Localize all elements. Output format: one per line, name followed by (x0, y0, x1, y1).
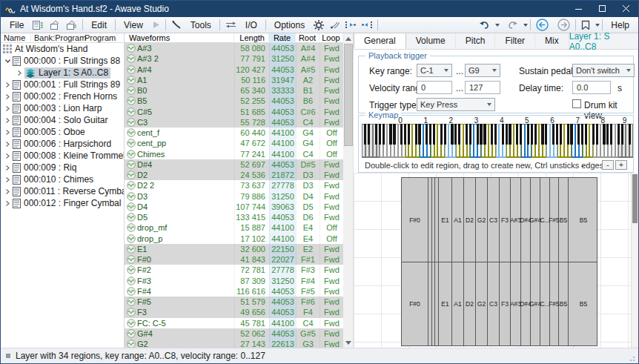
velocity-from-field[interactable]: 0 (417, 81, 452, 94)
waveform-row[interactable]: A#3 277 79131250A#4Fwd (125, 53, 343, 64)
region-editor[interactable]: F#0E1A1D2G2C3F3A#3D#4G#4C...F#5B5B5F#0E1… (354, 173, 631, 348)
region-B5[interactable]: B5 (569, 262, 598, 345)
sustain-pedal-combo[interactable]: Don't switch (572, 64, 635, 77)
region-E1[interactable]: E1 (439, 262, 452, 345)
maximize-button[interactable] (591, 1, 615, 17)
piano-black-key[interactable] (618, 124, 620, 145)
piano-black-key[interactable] (545, 124, 547, 145)
waveform-row[interactable]: A150 11631947A2Fwd (125, 75, 343, 85)
tree-item[interactable]: Layer 1: S A0..C8 (1, 67, 124, 79)
bookmark-icon[interactable] (578, 18, 593, 33)
chevron-right-icon[interactable] (2, 105, 13, 112)
chevron-right-icon[interactable] (2, 200, 13, 207)
region-A1[interactable]: A1 (452, 262, 464, 345)
piano-black-key[interactable] (477, 124, 479, 145)
key-range-to-combo[interactable]: G9 (465, 64, 500, 77)
tree-item[interactable]: 000:009 : Riq (1, 162, 124, 173)
piano-black-key[interactable] (531, 124, 533, 145)
column-header-waveforms[interactable]: Waveforms (125, 33, 234, 43)
chevron-right-icon[interactable] (2, 141, 13, 148)
new-item-icon[interactable] (47, 18, 63, 33)
chevron-down-icon[interactable] (2, 58, 13, 64)
navigate-forward-icon[interactable] (554, 18, 573, 33)
waveform-row[interactable]: D#452 69744053D#5Fwd (125, 159, 343, 170)
region-G2[interactable]: G2 (476, 262, 488, 345)
navigate-back-icon[interactable] (533, 18, 552, 33)
region-C3[interactable]: C3 (488, 178, 500, 262)
chevron-right-icon[interactable] (14, 70, 24, 76)
region-F3[interactable]: F3 (500, 262, 511, 345)
redo-icon[interactable] (504, 18, 521, 33)
waveform-row[interactable]: C#551 68544053C#6Fwd (125, 107, 343, 117)
redo-dropdown-caret[interactable] (523, 24, 528, 27)
waveform-row[interactable]: C355 72844053C4Fwd (125, 117, 343, 128)
tab-general[interactable]: General (354, 33, 406, 49)
tree-root-item[interactable]: At Wisdom's Hand (1, 43, 124, 55)
menu-io[interactable]: I/O (239, 18, 263, 33)
piano-black-key[interactable] (596, 124, 598, 145)
waveform-row[interactable]: D2 273 63727778D3Fwd (125, 180, 343, 191)
piano-black-key[interactable] (408, 124, 410, 145)
scroll-up-icon[interactable] (343, 33, 354, 44)
piano-black-key[interactable] (364, 124, 366, 145)
waveform-row[interactable]: D379 88631250D4Fwd (125, 191, 343, 202)
piano-black-key[interactable] (621, 124, 623, 145)
tree-item[interactable]: 000:006 : Harpsichord (1, 138, 124, 150)
waveform-row[interactable]: F#4116 61644053F#5Fwd (125, 286, 343, 297)
piano-black-key[interactable] (509, 124, 511, 145)
waveform-row[interactable]: drop_mf15 88744100E4Off (125, 222, 343, 233)
region-E1[interactable]: E1 (439, 178, 452, 262)
region-F3[interactable]: F3 (500, 178, 511, 262)
waveform-row[interactable]: A#358 08044053A#4Fwd (125, 43, 343, 53)
piano-black-key[interactable] (610, 124, 612, 145)
waveform-row[interactable]: D5133 41544053D6Fwd (125, 212, 343, 222)
region-B5[interactable]: B5 (559, 262, 569, 345)
waveform-row[interactable]: G227 14322613G3Fwd (125, 339, 343, 348)
piano-black-key[interactable] (404, 124, 406, 145)
close-button[interactable] (615, 1, 638, 17)
drum-kit-view-checkbox[interactable] (572, 99, 581, 108)
waveform-row[interactable]: F349 65644053F4Fwd (125, 307, 343, 317)
piano-black-key[interactable] (556, 124, 558, 145)
key-range-from-combo[interactable]: C-1 (417, 64, 452, 77)
region-Fsharp0[interactable]: F#0 (402, 178, 428, 262)
menu-help[interactable]: Help (605, 18, 635, 33)
piano-black-key[interactable] (603, 124, 605, 145)
tab-mix[interactable]: Mix (535, 33, 569, 49)
region-editor-scrollbar[interactable] (631, 173, 638, 348)
waveform-row[interactable]: F#272 78127778F#3Fwd (125, 265, 343, 275)
add-instrument-icon[interactable] (30, 18, 47, 33)
chevron-right-icon[interactable] (2, 188, 13, 195)
waveform-row[interactable]: A#4120 42744053A#5Fwd (125, 64, 343, 75)
piano-black-key[interactable] (534, 124, 537, 145)
column-header-program[interactable]: Program (82, 33, 117, 43)
tree-item[interactable]: 000:000 : Full Strings 88 (1, 55, 124, 67)
piano-black-key[interactable] (527, 124, 529, 145)
piano-black-key[interactable] (502, 124, 504, 145)
piano-black-key[interactable] (491, 124, 493, 145)
waveform-row[interactable]: F#551 57944053F#6Fwd (125, 297, 343, 307)
piano-black-key[interactable] (520, 124, 522, 145)
tab-volume[interactable]: Volume (406, 33, 456, 49)
minimize-button[interactable] (567, 1, 591, 17)
piano-black-key[interactable] (466, 124, 468, 145)
piano-black-key[interactable] (541, 124, 543, 145)
piano-black-key[interactable] (379, 124, 381, 145)
keymap-piano-keyboard[interactable] (362, 124, 630, 159)
region-Fsharp0[interactable]: F#0 (402, 262, 428, 345)
waveform-row[interactable]: G#452 06244053G#5Fwd (125, 328, 343, 339)
piano-black-key[interactable] (368, 124, 370, 145)
piano-black-key[interactable] (629, 124, 631, 145)
undo-icon[interactable] (476, 18, 493, 33)
piano-black-key[interactable] (494, 124, 497, 145)
midi-out-icon[interactable] (359, 18, 375, 33)
scroll-down-icon[interactable] (343, 337, 354, 348)
waveform-row[interactable]: drop_p17 10244100E4Off (125, 234, 343, 244)
chevron-right-icon[interactable] (2, 165, 13, 171)
piano-black-key[interactable] (516, 124, 518, 145)
keymap-zoom-out-button[interactable]: - (602, 160, 614, 170)
column-header-rate[interactable]: Rate (269, 33, 296, 43)
waveform-row[interactable]: Chimes77 24144100C4Off (125, 149, 343, 159)
region-Gsharp4[interactable]: G#4 (531, 178, 540, 262)
piano-black-key[interactable] (429, 124, 431, 145)
